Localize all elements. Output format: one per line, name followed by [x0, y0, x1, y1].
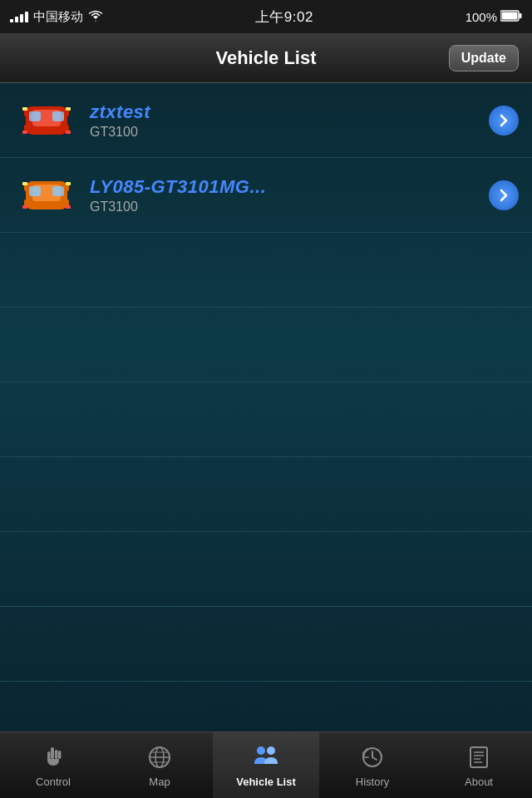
- page-title: Vehicle List: [215, 47, 316, 69]
- battery-icon: [500, 10, 522, 24]
- tab-bar: Control Map Vehicle List: [0, 732, 532, 798]
- tab-map[interactable]: Map: [106, 732, 213, 798]
- vehicle-chevron-2[interactable]: [489, 180, 519, 210]
- svg-rect-11: [22, 107, 27, 111]
- signal-icon: [10, 12, 28, 22]
- svg-rect-29: [58, 751, 62, 759]
- svg-rect-13: [22, 131, 27, 134]
- status-left: 中国移动: [10, 9, 103, 25]
- svg-rect-23: [22, 182, 27, 185]
- svg-rect-39: [470, 747, 487, 767]
- tab-vehicle-list-label: Vehicle List: [236, 776, 296, 788]
- vehicle-info-1: ztxtest GT3100: [80, 101, 489, 140]
- svg-rect-1: [520, 13, 522, 18]
- vehicle-list-container: ztxtest GT3100: [0, 83, 532, 732]
- empty-row-4: [0, 457, 532, 532]
- carrier-label: 中国移动: [33, 9, 83, 25]
- vehicle-row-2[interactable]: LY085-GT3101MG... GT3100: [0, 158, 532, 233]
- svg-rect-26: [66, 205, 71, 209]
- history-icon: [357, 742, 387, 772]
- vehicle-chevron-1[interactable]: [489, 106, 519, 135]
- vehicle-name-2: LY085-GT3101MG...: [90, 176, 489, 198]
- header: Vehicle List Update: [0, 33, 532, 83]
- wifi-icon: [88, 10, 103, 24]
- vehicle-list-icon: [251, 742, 281, 772]
- svg-rect-2: [502, 12, 518, 19]
- svg-rect-28: [55, 750, 58, 759]
- empty-row-1: [0, 233, 532, 308]
- svg-rect-27: [51, 747, 54, 759]
- battery-label: 100%: [466, 10, 497, 24]
- empty-row-2: [0, 308, 532, 382]
- control-icon: [38, 742, 68, 772]
- about-icon: [464, 742, 494, 772]
- svg-rect-30: [47, 751, 51, 760]
- vehicle-info-2: LY085-GT3101MG... GT3100: [80, 176, 489, 214]
- car-icon-1: [13, 96, 80, 145]
- tab-vehicle-list[interactable]: Vehicle List: [213, 732, 319, 798]
- tab-control[interactable]: Control: [0, 732, 106, 798]
- tab-history-label: History: [356, 776, 389, 788]
- vehicle-row-1[interactable]: ztxtest GT3100: [0, 83, 532, 158]
- map-icon: [145, 742, 175, 772]
- vehicle-name-1: ztxtest: [90, 101, 489, 123]
- vehicle-model-1: GT3100: [90, 125, 489, 140]
- svg-rect-25: [22, 205, 27, 209]
- empty-row-6: [0, 607, 532, 682]
- vehicle-model-2: GT3100: [90, 200, 489, 214]
- update-button[interactable]: Update: [449, 45, 519, 71]
- car-icon-2: [13, 170, 80, 220]
- tab-about[interactable]: About: [426, 732, 532, 798]
- tab-about-label: About: [465, 776, 493, 788]
- tab-history[interactable]: History: [319, 732, 426, 798]
- svg-rect-24: [66, 182, 71, 185]
- svg-rect-21: [29, 186, 41, 196]
- svg-rect-22: [52, 186, 64, 196]
- status-bar: 中国移动 上午9:02 100%: [0, 0, 532, 33]
- tab-control-label: Control: [36, 776, 71, 788]
- svg-point-36: [257, 746, 265, 755]
- svg-point-37: [267, 746, 275, 755]
- empty-row-5: [0, 532, 532, 607]
- svg-rect-9: [29, 111, 41, 121]
- tab-map-label: Map: [149, 776, 170, 788]
- svg-rect-10: [52, 111, 64, 121]
- svg-rect-14: [66, 131, 71, 134]
- svg-rect-12: [66, 107, 71, 111]
- empty-row-3: [0, 382, 532, 457]
- status-time: 上午9:02: [255, 7, 313, 27]
- status-right: 100%: [466, 10, 522, 24]
